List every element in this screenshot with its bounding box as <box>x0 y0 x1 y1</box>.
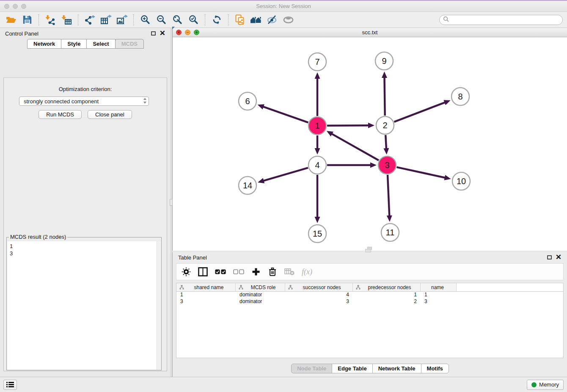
column-header-shared-name[interactable]: shared name <box>176 283 236 291</box>
graph-edge-2-8[interactable] <box>394 100 450 122</box>
tab-node-table[interactable]: Node Table <box>291 364 332 373</box>
refresh-icon[interactable] <box>210 14 223 26</box>
column-manager-icon[interactable] <box>198 266 208 277</box>
graph-node-10[interactable]: 10 <box>452 172 470 190</box>
list-icon <box>6 381 14 388</box>
graph-node-9[interactable]: 9 <box>375 52 393 70</box>
graph-edge-1-7[interactable] <box>315 72 320 116</box>
import-table-icon[interactable] <box>60 14 73 26</box>
toolbar-separator <box>228 14 228 25</box>
minimize-window-button[interactable] <box>13 4 18 9</box>
graph-edge-3-11[interactable] <box>387 175 392 222</box>
graph-node-6[interactable]: 6 <box>239 92 256 110</box>
tab-select[interactable]: Select <box>86 39 115 49</box>
network-graph: 7968124314101511 <box>173 37 567 251</box>
search-box[interactable] <box>439 15 563 25</box>
run-mcds-button[interactable]: Run MCDS <box>39 110 82 119</box>
graph-node-1[interactable]: 1 <box>308 117 326 135</box>
mcds-result-group: MCDS result (2 nodes) 1 3 <box>6 237 162 370</box>
network-minimize-button[interactable]: − <box>185 30 190 35</box>
table-row[interactable]: 3dominator323 <box>176 298 563 305</box>
tab-motifs[interactable]: Motifs <box>421 364 449 373</box>
svg-text:10: 10 <box>457 177 466 186</box>
network-close-button[interactable]: × <box>176 30 182 35</box>
tree-icon <box>239 285 243 290</box>
float-panel-icon[interactable] <box>151 31 156 36</box>
network-window-titlebar[interactable]: × − + scc.txt <box>173 28 567 37</box>
tab-network[interactable]: Network <box>27 39 61 49</box>
graph-edge-1-2[interactable] <box>327 123 374 128</box>
mcds-result-text[interactable]: 1 3 <box>7 241 161 370</box>
zoom-in-icon[interactable] <box>138 14 152 26</box>
export-image-icon[interactable] <box>115 14 129 26</box>
export-network-icon[interactable] <box>83 14 96 26</box>
graph-node-15[interactable]: 15 <box>308 225 326 243</box>
zoom-selected-icon[interactable] <box>187 14 200 26</box>
network-canvas[interactable]: 7968124314101511 <box>173 37 567 251</box>
network-window: × − + scc.txt 7968124314101511 <box>172 28 567 251</box>
table-row[interactable]: 1dominator411 <box>176 292 563 298</box>
table-cell: 1 <box>176 292 236 298</box>
add-column-icon[interactable] <box>251 266 261 277</box>
new-network-from-selection-icon[interactable] <box>233 14 247 26</box>
graph-node-2[interactable]: 2 <box>376 116 394 134</box>
node-table[interactable]: shared nameMCDS rolesuccessor nodesprede… <box>176 283 564 358</box>
tab-mcds[interactable]: MCDS <box>115 39 144 49</box>
search-input[interactable] <box>451 17 559 23</box>
network-maximize-button[interactable]: + <box>194 30 199 35</box>
show-all-icon[interactable] <box>281 14 295 26</box>
delete-column-icon[interactable] <box>268 266 277 277</box>
close-table-panel-icon[interactable]: ✕ <box>556 254 561 260</box>
close-window-button[interactable] <box>4 4 9 9</box>
deselect-all-icon[interactable] <box>233 266 244 277</box>
graph-edge-4-15[interactable] <box>315 175 320 223</box>
table-settings-icon[interactable] <box>182 266 191 277</box>
graph-node-8[interactable]: 8 <box>451 88 469 105</box>
column-header-mcds-role[interactable]: MCDS role <box>236 283 285 291</box>
graph-node-3[interactable]: 3 <box>378 156 396 174</box>
graph-edge-3-1[interactable] <box>327 131 379 160</box>
svg-text:8: 8 <box>458 92 462 101</box>
open-file-icon[interactable] <box>4 14 18 26</box>
select-all-icon[interactable] <box>215 266 226 277</box>
graph-node-7[interactable]: 7 <box>308 53 326 71</box>
zoom-fit-icon[interactable] <box>171 14 184 26</box>
result-scrollbar[interactable] <box>157 241 161 370</box>
graph-edge-1-6[interactable] <box>258 104 308 122</box>
tab-network-table[interactable]: Network Table <box>372 364 421 373</box>
h-splitter-handle[interactable] <box>365 249 371 252</box>
graph-node-11[interactable]: 11 <box>381 224 399 241</box>
graph-edge-4-14[interactable] <box>258 168 308 183</box>
zoom-out-icon[interactable] <box>154 14 168 26</box>
tab-edge-table[interactable]: Edge Table <box>332 364 372 373</box>
memory-button[interactable]: Memory <box>527 380 564 390</box>
main-area: Control Panel ✕ NetworkStyleSelectMCDS O… <box>0 28 567 377</box>
graph-edge-2-9[interactable] <box>382 72 387 116</box>
graph-edge-2-3[interactable] <box>383 135 389 155</box>
graph-edge-3-10[interactable] <box>396 167 451 180</box>
save-session-icon[interactable] <box>20 14 34 26</box>
hide-selected-icon[interactable] <box>265 14 279 26</box>
graph-edge-1-4[interactable] <box>315 135 320 155</box>
import-network-icon[interactable] <box>44 14 57 26</box>
close-panel-icon[interactable]: ✕ <box>160 30 165 36</box>
mcds-panel: Optimization criterion: strongly connect… <box>3 77 167 371</box>
close-panel-button[interactable]: Close panel <box>88 110 132 119</box>
delete-table-icon <box>284 266 295 277</box>
graph-edge-4-3[interactable] <box>327 163 377 168</box>
graph-node-4[interactable]: 4 <box>308 156 326 174</box>
optimization-criterion-select[interactable]: strongly connected component <box>19 97 149 106</box>
control-panel-tabs: NetworkStyleSelectMCDS <box>0 39 171 49</box>
float-table-panel-icon[interactable] <box>547 255 552 259</box>
column-header-predecessor-nodes[interactable]: predecessor nodes <box>353 283 421 291</box>
column-header-name[interactable]: name <box>421 283 457 291</box>
maximize-window-button[interactable] <box>21 4 26 9</box>
export-table-icon[interactable] <box>99 14 113 26</box>
first-neighbors-icon[interactable] <box>249 14 263 26</box>
window-controls <box>0 4 26 9</box>
task-history-button[interactable] <box>3 380 17 390</box>
tab-style[interactable]: Style <box>61 39 87 49</box>
column-header-successor-nodes[interactable]: successor nodes <box>285 283 353 291</box>
graph-node-14[interactable]: 14 <box>239 177 256 194</box>
table-panel-title: Table Panel <box>178 254 207 261</box>
